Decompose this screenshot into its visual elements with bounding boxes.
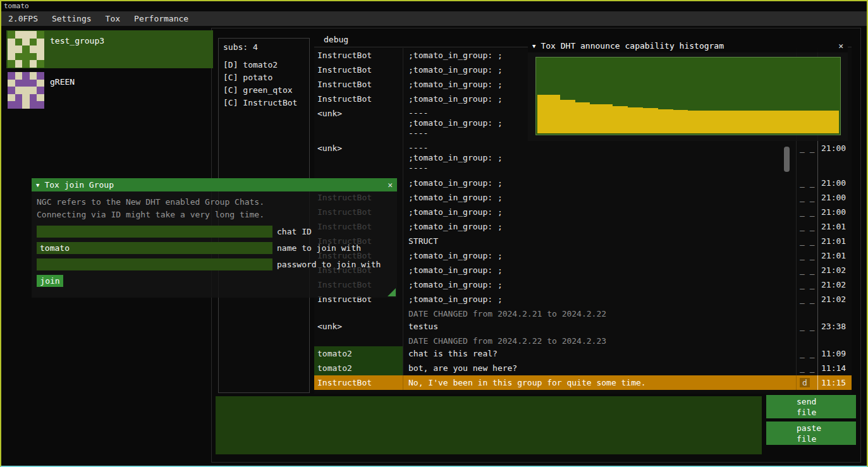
group-name: gREEN (44, 71, 75, 109)
message-time: 11:15 (817, 375, 852, 390)
join-button[interactable]: join (37, 275, 63, 287)
message-time: 23:38 (817, 319, 852, 334)
histogram-window-body (528, 52, 848, 141)
group-item[interactable]: gREEN (6, 71, 213, 109)
histogram-bar (635, 107, 643, 133)
resize-grip[interactable] (388, 288, 396, 296)
avatar-pixel (15, 94, 23, 102)
histogram-bar (831, 111, 839, 133)
message-time: 21:02 (817, 263, 852, 277)
avatar-pixel (8, 53, 15, 61)
message-text: bot, are you new here? (403, 361, 796, 375)
subs-member[interactable]: [D] tomato2 (223, 59, 309, 71)
close-icon[interactable]: ✕ (384, 180, 393, 190)
message-author: InstructBot (314, 63, 403, 77)
join-window-titlebar[interactable]: ▼ Tox join Group ✕ (32, 178, 397, 191)
avatar-pixel (30, 87, 37, 94)
histogram-bar (628, 107, 635, 133)
histogram-bar (801, 111, 809, 133)
avatar-pixel (30, 39, 37, 46)
avatar-pixel (15, 87, 23, 94)
histogram-bar (718, 111, 726, 133)
histogram-window-titlebar[interactable]: ▼ Tox DHT announce capability histogram … (528, 39, 848, 52)
histogram-bar (771, 111, 779, 133)
avatar-pixel (30, 72, 37, 80)
message-text: ;tomato_in_group: ; (403, 176, 796, 190)
message-marks: _ _ (796, 176, 817, 190)
join-password-input[interactable] (37, 258, 272, 270)
chat-id-row: chat ID (37, 226, 392, 238)
menu-performance[interactable]: Performance (127, 11, 195, 26)
message-marks: _ _ (796, 205, 817, 219)
histogram-bar (756, 111, 764, 133)
histogram-bar (568, 100, 575, 133)
avatar-pixel (37, 31, 44, 39)
histogram-bar (553, 95, 560, 133)
message-text: DATE CHANGED from 2024.2.22 to 2024.2.23 (403, 334, 796, 346)
message-time: 21:01 (817, 248, 852, 263)
histogram-bar (537, 95, 545, 133)
menu-bar: 2.0FPS Settings Tox Performance (1, 11, 867, 26)
group-name: test_group3 (44, 30, 104, 68)
chat-row: tomato2bot, are you new here?_ _11:14 (314, 361, 852, 375)
message-time: 21:02 (817, 277, 852, 292)
subs-member[interactable]: [C] InstructBot (223, 97, 309, 109)
avatar-pixel (22, 94, 30, 102)
histogram-bar (733, 111, 741, 133)
message-text: testus (403, 319, 796, 334)
histogram-plot (535, 57, 841, 135)
message-marks: _ _ (796, 234, 817, 248)
avatar-pixel (37, 87, 44, 94)
histogram-bar (545, 95, 553, 133)
menu-tox[interactable]: Tox (99, 11, 127, 26)
join-group-window: ▼ Tox join Group ✕ NGC refers to the New… (32, 178, 397, 298)
window-title: tomato (1, 1, 867, 11)
avatar-pixel (15, 39, 23, 46)
close-icon[interactable]: ✕ (834, 41, 843, 51)
avatar-pixel (30, 101, 37, 109)
group-avatar (8, 72, 44, 109)
avatar-pixel (37, 60, 44, 68)
paste-file-label-line1: paste (797, 423, 826, 434)
avatar-pixel (8, 101, 15, 109)
message-text: No, I've been in this group for quite so… (403, 375, 796, 390)
join-name-input[interactable] (37, 242, 272, 254)
avatar-pixel (30, 94, 37, 102)
message-author (314, 306, 403, 319)
chat-id-input[interactable] (37, 226, 272, 238)
send-file-button[interactable]: send file (766, 395, 856, 418)
avatar-pixel (30, 45, 37, 53)
message-input[interactable] (216, 396, 762, 454)
message-author: <unk> (314, 106, 403, 141)
subs-member[interactable]: [C] green_qtox (223, 84, 309, 97)
message-text: chat is this real? (403, 346, 796, 361)
histogram-bar (824, 111, 831, 133)
message-marks: _ _ (796, 190, 817, 205)
histogram-bar (673, 110, 681, 133)
avatar-pixel (22, 101, 30, 109)
collapse-arrow-icon[interactable]: ▼ (532, 43, 535, 49)
avatar-pixel (30, 53, 37, 61)
avatar-pixel (30, 31, 37, 39)
paste-file-button[interactable]: paste file (766, 422, 856, 445)
avatar-pixel (37, 72, 44, 80)
message-author: tomato2 (314, 346, 403, 361)
subs-member[interactable]: [C] potato (223, 71, 309, 84)
histogram-bar (809, 111, 816, 133)
histogram-bar (703, 111, 711, 133)
histogram-bar (590, 104, 597, 133)
collapse-arrow-icon[interactable]: ▼ (36, 182, 39, 188)
join-name-label: name to join with (277, 243, 361, 253)
histogram-bar (613, 106, 620, 133)
message-marks: _ _ (796, 277, 817, 292)
tab-debug[interactable]: debug (314, 33, 358, 47)
chat-row: DATE CHANGED from 2024.2.21 to 2024.2.22 (314, 306, 852, 319)
message-text: ;tomato_in_group: ; (403, 248, 796, 263)
message-marks (796, 306, 817, 319)
chat-scrollbar-thumb[interactable] (784, 147, 790, 172)
group-item[interactable]: test_group3 (6, 30, 213, 68)
avatar-pixel (15, 53, 23, 61)
histogram-bar (583, 102, 590, 133)
avatar-pixel (37, 53, 44, 61)
menu-settings[interactable]: Settings (45, 11, 99, 26)
